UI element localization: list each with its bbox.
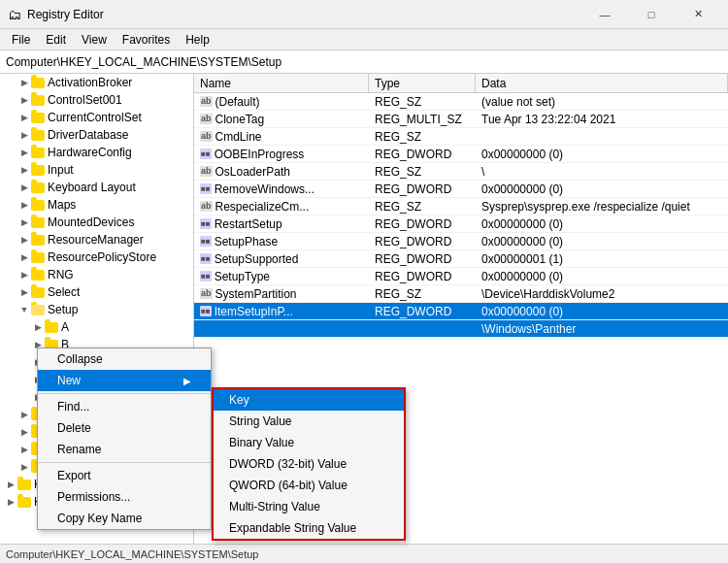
val-type: REG_SZ: [369, 128, 476, 145]
dword-icon: ■■: [200, 236, 212, 247]
tree-item[interactable]: ▶HardwareConfig: [0, 144, 194, 161]
folder-icon: [31, 182, 45, 193]
tree-label: DriverDatabase: [48, 128, 128, 142]
val-name: [194, 320, 369, 337]
folder-icon: [31, 287, 45, 298]
values-body: ab(Default) REG_SZ (value not set) abClo…: [194, 93, 728, 338]
table-row[interactable]: ■■ItemSetupInP... REG_DWORD 0x00000000 (…: [194, 303, 728, 320]
tree-item[interactable]: ▶ActivationBroker: [0, 74, 194, 91]
val-name: abCmdLine: [194, 128, 369, 145]
val-name: ■■OOBEInProgress: [194, 146, 369, 162]
ab-icon: ab: [200, 288, 213, 299]
submenu-item-multi-string-value[interactable]: Multi-String Value: [214, 496, 404, 517]
menu-edit[interactable]: Edit: [38, 31, 74, 49]
table-row[interactable]: ■■SetupPhase REG_DWORD 0x00000000 (0): [194, 233, 728, 250]
col-header-type: Type: [369, 74, 476, 92]
tree-item[interactable]: ▶Keyboard Layout: [0, 179, 194, 196]
ab-icon: ab: [200, 166, 213, 177]
tree-item[interactable]: ▶RNG: [0, 266, 194, 283]
submenu-item-expandable-string-value[interactable]: Expandable String Value: [214, 517, 404, 539]
tree-item[interactable]: ▶Maps: [0, 196, 194, 214]
context-menu-item-export[interactable]: Export: [38, 465, 211, 486]
submenu-item-binary-value[interactable]: Binary Value: [214, 432, 404, 453]
val-name: ab(Default): [194, 93, 369, 110]
table-row[interactable]: ■■RestartSetup REG_DWORD 0x00000000 (0): [194, 215, 728, 233]
ctx-label: Export: [57, 469, 91, 482]
ab-icon: ab: [200, 201, 213, 212]
table-row[interactable]: abOsLoaderPath REG_SZ \: [194, 163, 728, 181]
tree-item[interactable]: ▶MountedDevices: [0, 214, 194, 231]
tree-item[interactable]: ▶CurrentControlSet: [0, 109, 194, 126]
tree-item[interactable]: ▼Setup: [0, 301, 194, 318]
tree-label: Keyboard Layout: [48, 181, 136, 194]
ctx-label: Permissions...: [57, 490, 130, 504]
menu-file[interactable]: File: [4, 31, 38, 49]
menu-bar: File Edit View Favorites Help: [0, 29, 728, 50]
submenu-item-dword-value[interactable]: DWORD (32-bit) Value: [214, 453, 404, 475]
tree-item[interactable]: ▶DriverDatabase: [0, 126, 194, 144]
context-menu-item-collapse[interactable]: Collapse: [38, 348, 211, 370]
tree-label: CurrentControlSet: [48, 111, 142, 124]
val-name: ■■ItemSetupInP...: [194, 303, 369, 319]
folder-icon: [31, 305, 45, 315]
tree-item[interactable]: ▶Select: [0, 283, 194, 301]
minimize-button[interactable]: —: [582, 0, 627, 29]
table-row[interactable]: ■■OOBEInProgress REG_DWORD 0x00000000 (0…: [194, 146, 728, 163]
tree-item[interactable]: ▶ResourcePolicyStore: [0, 248, 194, 266]
context-menu-item-new[interactable]: New▶: [38, 370, 211, 391]
submenu-item-key[interactable]: Key: [214, 389, 404, 411]
val-type: REG_DWORD: [369, 233, 476, 249]
context-menu-item-copy-key-name[interactable]: Copy Key Name: [38, 508, 211, 529]
folder-icon: [31, 78, 45, 88]
val-data: [476, 128, 728, 145]
submenu-item-qword-value[interactable]: QWORD (64-bit) Value: [214, 475, 404, 496]
table-row[interactable]: ■■SetupType REG_DWORD 0x00000000 (0): [194, 268, 728, 285]
table-row[interactable]: \Windows\Panther: [194, 320, 728, 338]
val-name: ■■RemoveWindows...: [194, 181, 369, 197]
expand-arrow: ▶: [17, 200, 31, 210]
tree-item[interactable]: ▶Input: [0, 161, 194, 179]
close-button[interactable]: ✕: [676, 0, 720, 29]
maximize-button[interactable]: □: [629, 0, 674, 29]
val-type: [369, 320, 476, 337]
ab-icon: ab: [200, 131, 213, 142]
context-menu-item-permissions[interactable]: Permissions...: [38, 486, 211, 508]
tree-item[interactable]: ▶ResourceManager: [0, 231, 194, 248]
context-menu-item-rename[interactable]: Rename: [38, 439, 211, 460]
tree-label: ResourcePolicyStore: [48, 250, 156, 264]
title-left: 🗂 Registry Editor: [8, 7, 104, 22]
col-header-name: Name: [194, 74, 369, 92]
table-row[interactable]: ■■RemoveWindows... REG_DWORD 0x00000000 …: [194, 181, 728, 198]
val-name: ■■SetupSupported: [194, 250, 369, 267]
expand-arrow: ▶: [17, 148, 31, 157]
context-menu-item-find[interactable]: Find...: [38, 396, 211, 417]
table-row[interactable]: abSystemPartition REG_SZ \Device\Harddis…: [194, 285, 728, 303]
submenu-arrow: ▶: [183, 376, 191, 386]
tree-label: HardwareConfig: [48, 146, 132, 159]
val-data: \: [476, 163, 728, 180]
context-menu-item-delete[interactable]: Delete: [38, 417, 211, 439]
table-row[interactable]: abCmdLine REG_SZ: [194, 128, 728, 146]
tree-item[interactable]: ▶A: [0, 318, 194, 336]
folder-icon: [31, 95, 45, 106]
folder-icon: [45, 322, 58, 333]
val-type: REG_DWORD: [369, 268, 476, 284]
val-data: 0x00000001 (1): [476, 250, 728, 267]
menu-view[interactable]: View: [74, 31, 115, 49]
expand-arrow: ▶: [31, 322, 45, 332]
table-row[interactable]: ab(Default) REG_SZ (value not set): [194, 93, 728, 111]
expand-arrow: ▶: [17, 235, 31, 245]
menu-help[interactable]: Help: [178, 31, 217, 49]
expand-arrow: ▶: [17, 217, 31, 227]
val-data: (value not set): [476, 93, 728, 110]
table-row[interactable]: abRespecializeCm... REG_SZ Sysprep\syspr…: [194, 198, 728, 215]
folder-icon: [17, 497, 31, 508]
table-row[interactable]: ■■SetupSupported REG_DWORD 0x00000001 (1…: [194, 250, 728, 268]
dword-icon: ■■: [200, 218, 212, 229]
table-row[interactable]: abCloneTag REG_MULTI_SZ Tue Apr 13 23:22…: [194, 111, 728, 128]
tree-item[interactable]: ▶ControlSet001: [0, 91, 194, 109]
folder-icon: [31, 252, 45, 263]
submenu-item-string-value[interactable]: String Value: [214, 411, 404, 432]
menu-favorites[interactable]: Favorites: [115, 31, 178, 49]
folder-icon: [31, 270, 45, 281]
